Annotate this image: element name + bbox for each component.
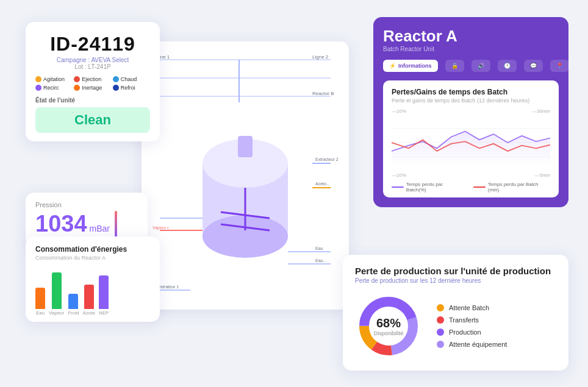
legend-attente-batch: Attente Batch	[437, 304, 507, 311]
legend-label-min: Temps perdu par Batch (min)	[488, 182, 550, 193]
badge-inertage: Inertage	[74, 85, 111, 91]
reactor-a-card: Reactor A Batch Reactor Unit ⚡ Informati…	[373, 17, 568, 207]
reactor-subtitle: Batch Reactor Unit	[383, 46, 559, 52]
bar-label-eau: Eau	[36, 310, 45, 316]
badge-label: Chaud	[121, 76, 137, 82]
reactor-icon-info[interactable]: ⚡ Informations	[383, 60, 438, 72]
badge-list: Agitation Ejection Chaud Recirc Inertage…	[35, 76, 150, 91]
bar-froid	[68, 294, 78, 309]
energy-subtitle: Consommation du Reactor A	[35, 255, 150, 261]
dot-transferts	[437, 316, 444, 324]
energy-bar-chart: Eau Vapeur Froid Azote NEP	[35, 267, 150, 316]
lot: Lot : LT-241P	[35, 63, 150, 70]
energy-title: Consommation d'énergies	[35, 245, 150, 254]
chart-legend: Temps perdu par Batch(%) Temps perdu par…	[392, 182, 550, 193]
reactor-icon-pin[interactable]: 📍	[550, 60, 569, 72]
label-attente-batch: Attente Batch	[449, 304, 489, 311]
pressure-value: 1034 mBar	[35, 211, 110, 237]
y-label-right-bottom: —5min	[535, 172, 550, 178]
pressure-number: 1034	[35, 211, 87, 237]
badge-label: Agitation	[43, 76, 65, 82]
lock-icon: 🔒	[451, 63, 458, 69]
donut-wrapper: 68% Disponibilité	[355, 293, 422, 360]
bar-group-eau: Eau	[35, 288, 45, 316]
reactor-icon-clock[interactable]: 🕐	[498, 60, 517, 72]
dot-production	[437, 328, 444, 336]
production-legend: Attente Batch Transferts Production Atte…	[437, 304, 507, 348]
svg-marker-32	[392, 131, 550, 165]
bar-label-vapeur: Vapeur	[49, 310, 64, 316]
pressure-unit: mBar	[90, 224, 110, 233]
badge-agitation: Agitation	[35, 76, 73, 82]
badge-refroi: Refroi	[113, 85, 150, 91]
bar-vapeur	[52, 272, 62, 309]
bar-group-azote: Azote	[82, 285, 95, 316]
info-icon: ⚡	[389, 63, 396, 69]
chart-y-labels-bottom: —10% —5min	[392, 172, 550, 178]
dot-attente-batch	[437, 304, 444, 311]
reactor-diagram-card: Ligne 1 Ligne 2 Reactor B Extracteur 2 A…	[142, 41, 349, 310]
label-transferts: Transferts	[449, 316, 479, 324]
svg-text:Aceto...: Aceto...	[315, 182, 330, 186]
chart-subtitle: Perte et gains de temps des Batch (12 de…	[392, 98, 550, 104]
info-label: Informations	[398, 63, 432, 69]
badge-dot	[74, 76, 80, 82]
reactor-icon-lock[interactable]: 🔒	[445, 60, 464, 72]
badge-dot	[74, 85, 80, 91]
bar-label-azote: Azote	[82, 310, 95, 316]
pressure-label: Pression	[35, 201, 138, 208]
campaign: Campagne : AVEVA Select	[35, 57, 150, 63]
y-label-left-bottom: —10%	[392, 172, 406, 178]
state-section-label: État de l'unité	[35, 97, 150, 104]
chart-y-labels: —10% —30min	[392, 108, 550, 114]
id-card: ID-24119 Campagne : AVEVA Select Lot : L…	[26, 22, 160, 141]
diagram-inner: Ligne 1 Ligne 2 Reactor B Extracteur 2 A…	[142, 41, 349, 310]
donut-percentage: 68%	[374, 316, 404, 330]
svg-text:Extracteur 2: Extracteur 2	[315, 157, 339, 162]
badge-dot	[35, 85, 41, 91]
legend-production: Production	[437, 328, 507, 336]
donut-sublabel: Disponibilité	[374, 330, 404, 336]
y-label-left-top: —10%	[392, 108, 406, 114]
production-card: Perte de production sur l'unité de produ…	[343, 255, 568, 371]
bar-azote	[84, 285, 94, 309]
badge-label: Inertage	[82, 85, 102, 91]
production-content: 68% Disponibilité Attente Batch Transfer…	[355, 293, 556, 360]
sound-icon: 🔊	[478, 63, 484, 69]
svg-text:Eau...: Eau...	[315, 258, 326, 263]
y-label-right-top: —30min	[532, 108, 550, 114]
energy-card: Consommation d'énergies Consommation du …	[26, 236, 160, 322]
bar-label-froid: Froid	[68, 310, 79, 316]
reactor-title: Reactor A	[383, 27, 559, 46]
line-chart-svg	[392, 115, 550, 170]
badge-recirc: Recirc	[35, 85, 73, 91]
reactor-icon-sound[interactable]: 🔊	[471, 60, 490, 72]
clock-icon: 🕐	[504, 63, 511, 69]
svg-text:Eau: Eau	[315, 246, 323, 250]
legend-label-pct: Temps perdu par Batch(%)	[406, 182, 464, 193]
reactor-icon-chat[interactable]: 💬	[524, 60, 543, 72]
bar-nep	[99, 275, 109, 309]
badge-label: Ejection	[82, 76, 101, 82]
legend-line-red	[473, 186, 486, 188]
status-button[interactable]: Clean	[35, 107, 150, 133]
donut-label: 68% Disponibilité	[374, 316, 404, 336]
svg-text:Vapeur •: Vapeur •	[152, 225, 169, 230]
bar-group-nep: NEP	[99, 275, 109, 316]
svg-text:Reactor B: Reactor B	[312, 91, 334, 96]
svg-rect-19	[238, 136, 253, 157]
chart-title: Pertes/Gains de temps des Batch	[392, 88, 550, 96]
badge-dot	[113, 85, 119, 91]
legend-item-min: Temps perdu par Batch (min)	[473, 182, 550, 193]
legend-line-purple	[392, 186, 404, 188]
badge-ejection: Ejection	[74, 76, 111, 82]
badge-dot	[35, 76, 41, 82]
badge-chaud: Chaud	[113, 76, 150, 82]
bar-eau	[35, 288, 45, 309]
chat-icon: 💬	[530, 63, 537, 69]
label-production: Production	[449, 328, 481, 336]
scene: ID-24119 Campagne : AVEVA Select Lot : L…	[13, 11, 575, 377]
bar-label-nep: NEP	[99, 310, 109, 316]
bar-group-vapeur: Vapeur	[49, 272, 64, 316]
badge-label: Recirc	[43, 85, 59, 91]
